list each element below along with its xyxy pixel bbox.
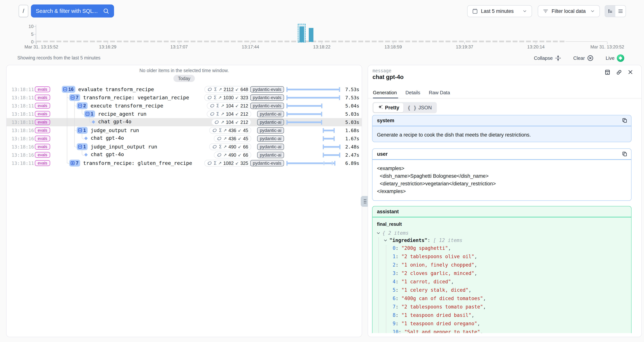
json-option[interactable]: { } JSON: [404, 103, 436, 112]
row-tree-cell: ◆chat gpt-4o: [84, 135, 124, 141]
input-tokens-count: 1030: [223, 95, 234, 100]
live-label: Live: [606, 55, 614, 61]
output-tokens-arrow-icon: ↙: [238, 152, 241, 158]
duration-bar-start-cap: [286, 112, 288, 116]
x-axis-tick: [108, 42, 108, 44]
json-array-item: 8: "1 teaspoon dried basil",: [377, 311, 627, 320]
output-tokens-count: 66: [243, 152, 248, 158]
slash-shortcut-key[interactable]: /: [19, 5, 28, 17]
span-toggle-badge[interactable]: 1: [77, 127, 88, 134]
filter-local-data-button[interactable]: Filter local data: [538, 5, 600, 17]
json-item-index: 8: [392, 312, 396, 319]
chevron-expand-icon[interactable]: [384, 238, 387, 241]
copy-link-icon[interactable]: [616, 69, 622, 75]
duration-bar-line: [323, 154, 340, 156]
trace-row[interactable]: 13:18:16evals◆chat gpt-4o↗490↙66pydantic…: [6, 151, 362, 159]
json-array-item: 0: "200g spaghetti",: [377, 244, 627, 252]
trace-row[interactable]: 13:18:11evals16evaluate transform_recipe…: [6, 85, 362, 94]
json-item-index: 7: [392, 303, 396, 311]
evals-badge[interactable]: evals: [35, 128, 50, 133]
chevron-expand-icon[interactable]: [377, 231, 380, 234]
evals-badge[interactable]: evals: [35, 160, 50, 166]
package-tag-badge: pydantic-ai: [257, 136, 284, 142]
row-timestamp: 13:18:11: [12, 112, 34, 117]
tab-generation[interactable]: Generation: [373, 90, 397, 98]
token-coin-icon: [217, 136, 222, 141]
evals-badge[interactable]: evals: [35, 144, 50, 150]
token-usage-chip: Σ↗104↙212: [207, 111, 251, 117]
time-range-button[interactable]: Last 5 minutes: [467, 5, 532, 17]
timeline-bar[interactable]: [309, 28, 314, 42]
trace-row[interactable]: 13:18:11evals7transform_recipe: vegetari…: [6, 94, 362, 102]
span-toggle-badge[interactable]: 1: [77, 143, 88, 150]
json-array-item: 3: "2 cloves garlic, minced",: [377, 269, 627, 278]
list-view-toggle[interactable]: [615, 6, 626, 17]
span-label: execute transform_recipe: [90, 103, 163, 108]
row-timestamp: 13:18:11: [12, 160, 34, 166]
evals-badge[interactable]: evals: [35, 103, 50, 108]
span-toggle-badge[interactable]: 1: [84, 110, 95, 117]
json-tree-guide-line: [378, 237, 379, 333]
leaf-diamond-icon: ◆: [92, 119, 95, 124]
today-pill[interactable]: Today: [174, 75, 195, 82]
search-input[interactable]: Search & filter with SQL...: [31, 4, 114, 18]
trace-row[interactable]: 13:18:11evals7transform_recipe: gluten_f…: [6, 159, 362, 167]
tab-details[interactable]: Details: [406, 90, 420, 98]
render-mode-segmented-control: Pretty { } JSON: [372, 102, 437, 113]
plus-square-icon: [70, 161, 74, 165]
json-tree-guide-line: [386, 245, 386, 333]
live-toggle[interactable]: Live: [606, 54, 624, 62]
token-coin-icon: [210, 104, 215, 108]
sigma-aggregate-icon: Σ: [216, 112, 219, 116]
copy-icon[interactable]: [622, 118, 628, 123]
timeline-bar[interactable]: [300, 26, 304, 42]
evals-badge[interactable]: evals: [35, 95, 50, 100]
user-message-card: user <examples> <dish_name>Spaghetti Bol…: [372, 148, 632, 201]
live-indicator-icon: [617, 54, 624, 62]
trace-row[interactable]: 13:18:11evals2execute transform_recipeΣ↗…: [6, 102, 362, 110]
pretty-option[interactable]: Pretty: [374, 103, 404, 112]
package-tag-badge: pydantic-ai: [257, 119, 284, 125]
trace-row[interactable]: 13:18:11evals◆chat gpt-4o↗104↙212pydanti…: [6, 118, 362, 126]
system-message-text: Generate a recipe to cook the dish that …: [372, 126, 631, 142]
trace-list-panel: No older items in the selected time wind…: [6, 65, 362, 337]
clear-button[interactable]: Clear: [573, 54, 594, 62]
view-mode-toggle: [605, 5, 626, 17]
evals-badge[interactable]: evals: [35, 136, 50, 142]
horizontal-scrollbar-track[interactable]: [368, 333, 642, 337]
sigma-aggregate-icon: Σ: [216, 103, 219, 108]
evals-badge[interactable]: evals: [35, 152, 50, 158]
json-array-item: 6: "400g can of diced tomatoes",: [377, 294, 627, 303]
duration-bar: [286, 143, 346, 151]
copy-icon[interactable]: [622, 151, 628, 157]
json-item-string: "200g spaghetti": [402, 244, 448, 252]
span-toggle-badge[interactable]: 7: [69, 160, 80, 166]
span-toggle-badge[interactable]: 16: [62, 86, 75, 93]
output-tokens-count: 45: [243, 128, 248, 133]
close-icon[interactable]: [628, 69, 633, 75]
duration-bar: [286, 94, 346, 102]
tree-view-icon: [608, 8, 613, 14]
span-toggle-badge[interactable]: 7: [69, 94, 80, 101]
input-tokens-count: 104: [226, 112, 234, 117]
tab-raw-data[interactable]: Raw Data: [429, 90, 450, 98]
token-coin-icon: [214, 120, 219, 124]
evals-badge[interactable]: evals: [35, 86, 50, 92]
trace-row[interactable]: 13:18:16evals1judge_output runΣ↗436↙45py…: [6, 126, 362, 134]
evals-badge[interactable]: evals: [35, 111, 50, 117]
trace-row[interactable]: 13:18:11evals1recipe_agent runΣ↗104↙212p…: [6, 110, 362, 118]
duration-bar-line: [323, 146, 340, 148]
filter-label: Filter local data: [552, 8, 586, 14]
trace-row[interactable]: 13:18:16evals1judge_input_output runΣ↗49…: [6, 143, 362, 151]
span-toggle-badge[interactable]: 2: [77, 102, 88, 109]
pretty-label: Pretty: [385, 105, 399, 111]
collapse-button[interactable]: Collapse: [534, 54, 561, 62]
trace-row[interactable]: 13:18:16evals◆chat gpt-4o↗436↙45pydantic…: [6, 134, 362, 143]
search-placeholder: Search & filter with SQL...: [36, 8, 103, 14]
json-array-item: 7: "2 tablespoons tomato paste",: [377, 303, 627, 311]
json-array-item: 5: "1 celery stalk, diced",: [377, 286, 627, 294]
tree-view-toggle[interactable]: [605, 6, 615, 17]
archive-check-icon[interactable]: [604, 69, 610, 75]
minus-square-icon: [63, 87, 67, 91]
evals-badge[interactable]: evals: [35, 119, 50, 125]
